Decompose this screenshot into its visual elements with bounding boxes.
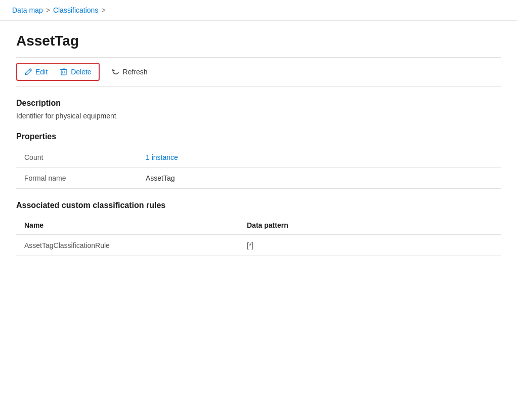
breadcrumb: Data map > Classifications > — [0, 0, 517, 21]
table-row: AssetTagClassificationRule [*] — [16, 235, 501, 256]
table-header: Name Data pattern — [16, 216, 501, 235]
refresh-icon — [112, 68, 120, 76]
property-value-count[interactable]: 1 instance — [146, 153, 178, 161]
rule-name: AssetTagClassificationRule — [24, 241, 227, 249]
properties-title: Properties — [16, 132, 501, 141]
delete-button[interactable]: Delete — [54, 65, 97, 79]
breadcrumb-classifications[interactable]: Classifications — [53, 6, 98, 14]
property-label-count: Count — [24, 153, 125, 161]
edit-label: Edit — [35, 68, 48, 76]
property-value-formalname: AssetTag — [146, 174, 175, 182]
breadcrumb-datamap[interactable]: Data map — [12, 6, 43, 14]
breadcrumb-sep-1: > — [46, 6, 50, 14]
property-label-formalname: Formal name — [24, 174, 125, 182]
col-header-name: Name — [24, 221, 227, 229]
edit-button[interactable]: Edit — [18, 65, 54, 79]
rule-pattern: [*] — [247, 241, 493, 249]
description-title: Description — [16, 99, 501, 108]
edit-icon — [24, 68, 32, 76]
col-header-pattern: Data pattern — [247, 221, 493, 229]
custom-rules-section: Associated custom classification rules N… — [16, 201, 501, 256]
edit-delete-group: Edit Delete — [16, 63, 100, 81]
property-row-count: Count 1 instance — [16, 147, 501, 168]
delete-label: Delete — [71, 68, 91, 76]
refresh-button[interactable]: Refresh — [106, 65, 154, 79]
page-title: AssetTag — [16, 33, 501, 49]
toolbar: Edit Delete Refresh — [16, 57, 501, 87]
breadcrumb-sep-2: > — [101, 6, 105, 14]
property-row-formalname: Formal name AssetTag — [16, 168, 501, 189]
main-content: AssetTag Edit Delete — [0, 21, 517, 268]
description-text: Identifier for physical equipment — [16, 112, 501, 120]
refresh-label: Refresh — [123, 68, 148, 76]
properties-section: Properties Count 1 instance Formal name … — [16, 132, 501, 189]
custom-rules-title: Associated custom classification rules — [16, 201, 501, 210]
description-section: Description Identifier for physical equi… — [16, 99, 501, 120]
delete-icon — [60, 68, 68, 76]
